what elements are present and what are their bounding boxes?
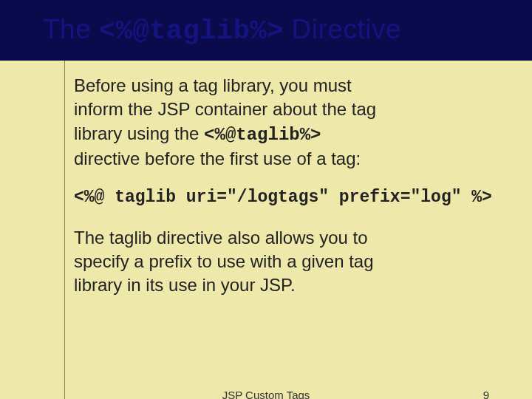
p2-line2: specify a prefix to use with a given tag xyxy=(74,251,374,271)
slide-title: The <%@taglib%> Directive xyxy=(43,14,401,47)
page-number: 9 xyxy=(483,389,489,399)
slide-body: Before using a tag library, you must inf… xyxy=(74,74,502,314)
vertical-divider xyxy=(64,61,65,399)
p1-inline-code: <%@taglib%> xyxy=(204,125,321,145)
title-pre: The xyxy=(43,14,99,44)
p2-line1: The taglib directive also allows you to xyxy=(74,228,368,248)
p1-line4: directive before the first use of a tag: xyxy=(74,149,361,168)
footer-title: JSP Custom Tags xyxy=(0,389,532,399)
p1-line3a: library using the xyxy=(74,123,204,143)
p1-line2: inform the JSP container about the tag xyxy=(74,99,376,119)
title-bar: The <%@taglib%> Directive xyxy=(0,0,532,61)
title-code: <%@taglib%> xyxy=(99,16,284,47)
p1-line1: Before using a tag library, you must xyxy=(74,75,352,95)
code-example: <%@ taglib uri="/logtags" prefix="log" %… xyxy=(74,188,502,207)
paragraph-2: The taglib directive also allows you to … xyxy=(74,226,502,298)
paragraph-1: Before using a tag library, you must inf… xyxy=(74,74,502,171)
title-post: Directive xyxy=(284,14,401,44)
p2-line3: library in its use in your JSP. xyxy=(74,275,296,295)
